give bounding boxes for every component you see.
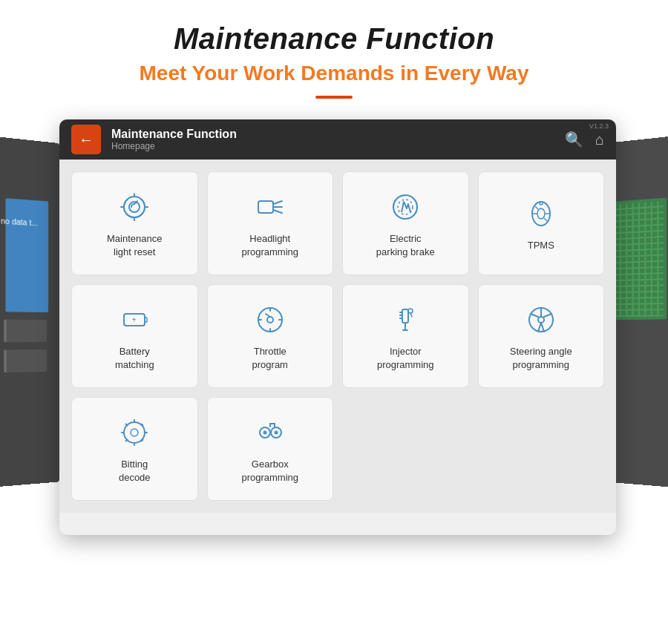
- grid-item-maintenance-light-reset[interactable]: Maintenancelight reset: [71, 171, 198, 275]
- grid-item-tpms[interactable]: TPMS: [478, 171, 605, 275]
- function-grid: Maintenancelight reset Headlightprogramm…: [59, 160, 616, 513]
- parking-brake-icon: [387, 189, 423, 225]
- back-arrow-icon: ←: [79, 131, 94, 148]
- tpms-label: TPMS: [528, 239, 554, 252]
- grid-item-battery-matching[interactable]: Batterymatching: [71, 284, 198, 388]
- search-icon[interactable]: 🔍: [565, 131, 583, 148]
- throttle-icon: [252, 302, 288, 338]
- bg-left-item-1: [4, 320, 47, 343]
- header-title-block: Maintenance Function Homepage: [111, 128, 565, 151]
- device-frame: ← Maintenance Function Homepage 🔍 ⌂ V1.2…: [59, 119, 616, 535]
- headlight-icon: [252, 189, 288, 225]
- tpms-icon: [523, 196, 559, 231]
- gearbox-programming-label: Gearboxprogramming: [241, 458, 298, 484]
- header-divider: [315, 96, 353, 99]
- svg-line-12: [266, 314, 270, 317]
- battery-matching-label: Batterymatching: [115, 345, 154, 372]
- svg-rect-2: [258, 201, 273, 213]
- bg-left-panel: no data t...: [0, 137, 59, 487]
- bitting-decode-label: Bittingdecode: [119, 458, 151, 484]
- version-label: V1.2.3: [589, 122, 609, 130]
- bitting-icon: [117, 415, 152, 450]
- grid-item-bitting-decode[interactable]: Bittingdecode: [71, 397, 198, 501]
- injector-programming-label: Injectorprogramming: [377, 345, 434, 372]
- home-icon[interactable]: ⌂: [595, 131, 604, 148]
- grid-item-electric-parking-brake[interactable]: Electricparking brake: [342, 171, 469, 275]
- svg-point-22: [274, 430, 278, 434]
- back-button[interactable]: ←: [71, 125, 101, 154]
- throttle-program-label: Throttleprogram: [252, 345, 288, 372]
- svg-point-11: [267, 317, 273, 323]
- sub-title: Meet Your Work Demands in Every Way: [15, 62, 653, 85]
- left-overlay-text: no data t...: [0, 213, 56, 232]
- svg-rect-9: [145, 318, 147, 322]
- device-header: ← Maintenance Function Homepage 🔍 ⌂ V1.2…: [59, 119, 616, 160]
- steering-angle-label: Steering angleprogramming: [510, 345, 572, 372]
- svg-point-0: [124, 197, 145, 217]
- svg-point-18: [131, 429, 138, 436]
- nav-title: Maintenance Function: [111, 128, 565, 141]
- battery-icon: [117, 302, 152, 338]
- svg-point-3: [393, 195, 417, 219]
- scene-wrapper: no data t... ← Maintenance Function Home…: [15, 119, 653, 550]
- grid-item-headlight-programming[interactable]: Headlightprogramming: [207, 171, 334, 275]
- page-header: Maintenance Function Meet Your Work Dema…: [0, 0, 668, 119]
- svg-point-16: [538, 317, 544, 323]
- gearbox-icon: [252, 415, 288, 450]
- svg-rect-13: [402, 309, 408, 323]
- grid-item-throttle-program[interactable]: Throttleprogram: [207, 284, 334, 388]
- steering-icon: [523, 302, 559, 338]
- svg-point-20: [263, 430, 266, 434]
- maintenance-icon: [117, 189, 152, 225]
- grid-item-steering-angle[interactable]: Steering angleprogramming: [478, 284, 605, 388]
- electric-parking-brake-label: Electricparking brake: [376, 232, 435, 259]
- main-title: Maintenance Function: [15, 22, 653, 56]
- svg-point-7: [540, 202, 543, 205]
- nav-subtitle: Homepage: [111, 141, 565, 151]
- grid-item-injector-programming[interactable]: Injectorprogramming: [342, 284, 469, 388]
- maintenance-light-reset-label: Maintenancelight reset: [107, 232, 162, 259]
- headlight-programming-label: Headlightprogramming: [241, 232, 298, 259]
- bg-left-item-2: [4, 349, 47, 372]
- header-actions: 🔍 ⌂: [565, 131, 604, 148]
- grid-item-gearbox-programming[interactable]: Gearboxprogramming: [207, 397, 334, 501]
- injector-icon: [387, 302, 423, 338]
- svg-point-6: [537, 208, 545, 219]
